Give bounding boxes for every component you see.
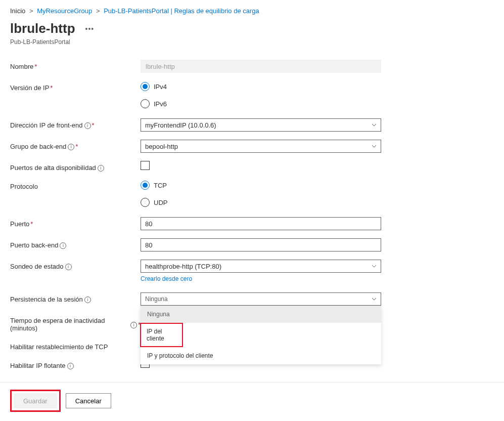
- info-icon[interactable]: i: [84, 122, 91, 129]
- breadcrumb-resourcegroup[interactable]: MyResourceGroup: [37, 7, 92, 15]
- label-haports: Puertos de alta disponibilidadi: [10, 161, 141, 172]
- radio-ipv4[interactable]: IPv4: [141, 82, 381, 91]
- label-idle: Tiempo de espera de inactividad (minutos…: [10, 314, 141, 332]
- label-ipversion: Versión de IP*: [10, 81, 141, 92]
- label-port: Puerto*: [10, 217, 141, 228]
- radio-udp[interactable]: UDP: [141, 198, 381, 207]
- label-backendport: Puerto back-endi: [10, 238, 141, 249]
- name-input: [141, 60, 381, 73]
- radio-tcp[interactable]: TCP: [141, 181, 381, 190]
- label-tcpreset: Habilitar restablecimiento de TCP: [10, 340, 141, 351]
- chevron-down-icon: [372, 297, 377, 302]
- healthprobe-dropdown[interactable]: healthprobe-http (TCP:80): [141, 260, 381, 273]
- backendport-input[interactable]: [141, 238, 381, 251]
- label-session: Persistencia de la sesióni: [10, 292, 141, 303]
- label-backend: Grupo de back-endi*: [10, 140, 141, 150]
- info-icon[interactable]: i: [130, 322, 137, 328]
- create-healthprobe-link[interactable]: Crearlo desde cero: [141, 275, 192, 282]
- info-icon[interactable]: i: [65, 264, 72, 270]
- label-floating: Habilitar IP flotantei: [10, 359, 141, 369]
- label-healthprobe: Sondeo de estadoi: [10, 260, 141, 270]
- info-icon[interactable]: i: [68, 144, 74, 150]
- backend-dropdown[interactable]: bepool-http: [141, 140, 381, 153]
- chevron-down-icon: [372, 122, 377, 128]
- label-protocol: Protocolo: [10, 180, 141, 190]
- page-title: lbrule-http: [10, 21, 75, 36]
- breadcrumb-separator: >: [29, 7, 33, 15]
- port-input[interactable]: [141, 217, 381, 230]
- info-icon[interactable]: i: [84, 297, 91, 303]
- label-name: Nombre*: [10, 60, 141, 70]
- session-dropdown-list: Ninguna IP del cliente IP y protocolo de…: [141, 306, 381, 364]
- save-button[interactable]: Guardar: [14, 393, 57, 408]
- session-dropdown[interactable]: Ninguna: [141, 292, 381, 306]
- footer-bar: Guardar Cancelar: [0, 382, 504, 421]
- title-block: lbrule-http ••• Pub-LB-PatientsPortal: [0, 19, 504, 51]
- cancel-button[interactable]: Cancelar: [66, 393, 111, 408]
- radio-ipv6[interactable]: IPv6: [141, 99, 381, 108]
- session-option-none[interactable]: Ninguna: [141, 306, 381, 323]
- session-option-clientip[interactable]: IP del cliente: [141, 323, 381, 347]
- breadcrumb-separator: >: [96, 7, 100, 15]
- breadcrumb: Inicio > MyResourceGroup > Pub-LB-Patien…: [0, 0, 504, 19]
- breadcrumb-home[interactable]: Inicio: [10, 7, 25, 15]
- session-option-clientip-proto[interactable]: IP y protocolo del cliente: [141, 347, 381, 364]
- info-icon[interactable]: i: [67, 363, 74, 369]
- label-frontend: Dirección IP de front-endi*: [10, 118, 141, 129]
- frontend-dropdown[interactable]: myFrontendIP (10.0.0.6): [141, 118, 381, 132]
- more-actions-icon[interactable]: •••: [85, 25, 95, 33]
- form-area: Nombre* Versión de IP* IPv4 IPv6: [0, 51, 504, 369]
- info-icon[interactable]: i: [98, 165, 104, 172]
- chevron-down-icon: [372, 264, 377, 269]
- chevron-down-icon: [372, 144, 377, 149]
- subtitle: Pub-LB-PatientsPortal: [10, 38, 494, 46]
- haports-checkbox[interactable]: [141, 161, 150, 170]
- info-icon[interactable]: i: [60, 242, 66, 249]
- breadcrumb-loadbalancer[interactable]: Pub-LB-PatientsPortal | Reglas de equili…: [104, 7, 259, 15]
